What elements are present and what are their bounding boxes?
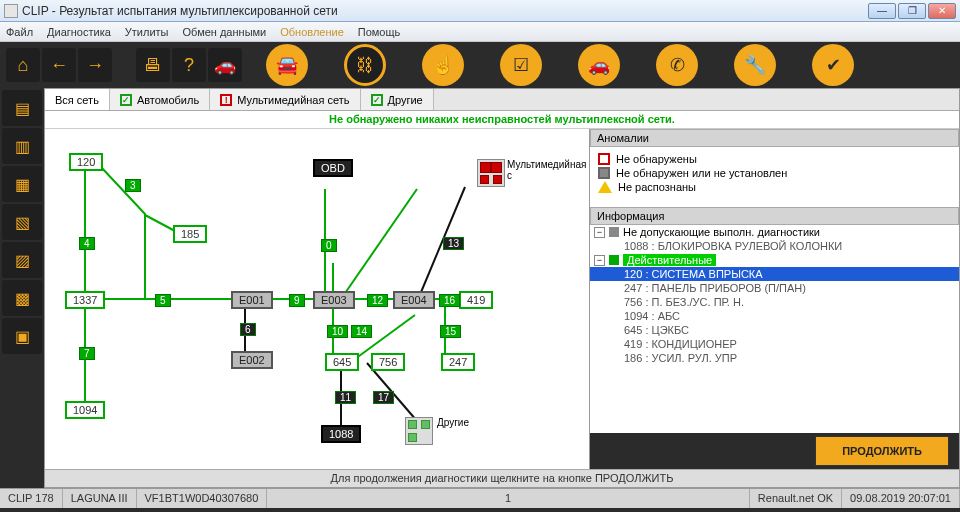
side-btn-3[interactable]: ▦	[2, 166, 42, 202]
nav-vehicle-icon[interactable]: 🚘	[266, 44, 308, 86]
red-square-icon	[598, 153, 610, 165]
help-button[interactable]: ?	[172, 48, 206, 82]
status-version: CLIP 178	[0, 489, 63, 508]
hint-bar: Для продолжения диагностики щелкните на …	[45, 469, 959, 487]
tab-all[interactable]: Вся сеть	[45, 89, 110, 110]
edge-6: 6	[240, 323, 256, 336]
status-page: 1	[267, 489, 750, 508]
network-diagram[interactable]: 120 185 1337 1094 OBD E001 E002 E003 E00…	[45, 129, 589, 469]
multimedia-label: Мультимедийная с	[507, 159, 589, 181]
status-line: Не обнаружено никаких неисправностей мул…	[45, 111, 959, 129]
node-185[interactable]: 185	[173, 225, 207, 243]
titlebar: CLIP - Результат испытания мультиплексир…	[0, 0, 960, 22]
node-756[interactable]: 756	[371, 353, 405, 371]
menu-exchange[interactable]: Обмен данными	[183, 26, 267, 38]
edge-17: 17	[373, 391, 394, 404]
print-button[interactable]: 🖶	[136, 48, 170, 82]
tab-other[interactable]: ✓Другие	[361, 89, 434, 110]
node-247[interactable]: 247	[441, 353, 475, 371]
node-1337[interactable]: 1337	[65, 291, 105, 309]
tab-auto[interactable]: ✓Автомобиль	[110, 89, 210, 110]
side-btn-2[interactable]: ▥	[2, 128, 42, 164]
edge-13: 13	[443, 237, 464, 250]
menu-diag[interactable]: Диагностика	[47, 26, 111, 38]
multimedia-box[interactable]	[477, 159, 505, 187]
status-vin: VF1BT1W0D40307680	[137, 489, 268, 508]
node-e004[interactable]: E004	[393, 291, 435, 309]
tree-cat-valid[interactable]: −Действительные	[590, 253, 959, 267]
node-e002[interactable]: E002	[231, 351, 273, 369]
nav-gearbox-icon[interactable]: ⛓	[344, 44, 386, 86]
edge-5: 5	[155, 294, 171, 307]
app-icon	[4, 4, 18, 18]
back-button[interactable]: ←	[42, 48, 76, 82]
edge-12: 12	[367, 294, 388, 307]
tree-item-247[interactable]: 247 : ПАНЕЛЬ ПРИБОРОВ (П/ПАН)	[590, 281, 959, 295]
statusbar: CLIP 178 LAGUNA III VF1BT1W0D40307680 1 …	[0, 488, 960, 508]
nav-ok-icon[interactable]: ✔	[812, 44, 854, 86]
other-label: Другие	[437, 417, 469, 428]
node-1088[interactable]: 1088	[321, 425, 361, 443]
side-btn-5[interactable]: ▨	[2, 242, 42, 278]
toolbar: ⌂ ← → 🖶 ? 🚗 🚘 ⛓ ☝ ☑ 🚗 ✆ 🔧 ✔	[0, 42, 960, 88]
nav-car-icon[interactable]: 🚗	[578, 44, 620, 86]
tab-multimedia[interactable]: !Мультимедийная сеть	[210, 89, 360, 110]
edge-4: 4	[79, 237, 95, 250]
side-btn-1[interactable]: ▤	[2, 90, 42, 126]
tree-cat-no-diag[interactable]: −Не допускающие выполн. диагностики	[590, 225, 959, 239]
status-net: Renault.net OK	[750, 489, 842, 508]
anomalies-list: Не обнаружены Не обнаружен или не устано…	[590, 147, 959, 207]
tree-item-1094[interactable]: 1094 : АБС	[590, 309, 959, 323]
minimize-button[interactable]: —	[868, 3, 896, 19]
edge-9: 9	[289, 294, 305, 307]
nav-check-icon[interactable]: ☑	[500, 44, 542, 86]
tree-item-756[interactable]: 756 : П. БЕЗ./УС. ПР. Н.	[590, 295, 959, 309]
maximize-button[interactable]: ❐	[898, 3, 926, 19]
tree-item-419[interactable]: 419 : КОНДИЦИОНЕР	[590, 337, 959, 351]
menubar: Файл Диагностика Утилиты Обмен данными О…	[0, 22, 960, 42]
node-obd[interactable]: OBD	[313, 159, 353, 177]
sidebar: ▤ ▥ ▦ ▧ ▨ ▩ ▣	[0, 88, 44, 488]
vehicle-button[interactable]: 🚗	[208, 48, 242, 82]
nav-touch-icon[interactable]: ☝	[422, 44, 464, 86]
menu-util[interactable]: Утилиты	[125, 26, 169, 38]
edge-15: 15	[440, 325, 461, 338]
tree-item-1088[interactable]: 1088 : БЛОКИРОВКА РУЛЕВОЙ КОЛОНКИ	[590, 239, 959, 253]
menu-file[interactable]: Файл	[6, 26, 33, 38]
node-e003[interactable]: E003	[313, 291, 355, 309]
node-1094[interactable]: 1094	[65, 401, 105, 419]
side-btn-4[interactable]: ▧	[2, 204, 42, 240]
continue-button[interactable]: ПРОДОЛЖИТЬ	[815, 436, 949, 466]
menu-help[interactable]: Помощь	[358, 26, 401, 38]
edge-7: 7	[79, 347, 95, 360]
menu-update[interactable]: Обновление	[280, 26, 344, 38]
node-419[interactable]: 419	[459, 291, 493, 309]
node-e001[interactable]: E001	[231, 291, 273, 309]
nav-tools-icon[interactable]: 🔧	[734, 44, 776, 86]
edge-3: 3	[125, 179, 141, 192]
info-tree[interactable]: −Не допускающие выполн. диагностики 1088…	[590, 225, 959, 433]
warning-icon	[598, 181, 612, 193]
status-time: 09.08.2019 20:07:01	[842, 489, 960, 508]
window-title: CLIP - Результат испытания мультиплексир…	[22, 4, 338, 18]
tree-item-186[interactable]: 186 : УСИЛ. РУЛ. УПР	[590, 351, 959, 365]
tabs: Вся сеть ✓Автомобиль !Мультимедийная сет…	[45, 89, 959, 111]
continue-bar: ПРОДОЛЖИТЬ	[590, 433, 959, 469]
edge-16: 16	[439, 294, 460, 307]
tree-item-645[interactable]: 645 : ЦЭКБС	[590, 323, 959, 337]
nav-phone-icon[interactable]: ✆	[656, 44, 698, 86]
other-box[interactable]	[405, 417, 433, 445]
side-btn-6[interactable]: ▩	[2, 280, 42, 316]
edge-0: 0	[321, 239, 337, 252]
forward-button[interactable]: →	[78, 48, 112, 82]
node-645[interactable]: 645	[325, 353, 359, 371]
tree-item-120[interactable]: 120 : СИСТЕМА ВПРЫСКА	[590, 267, 959, 281]
edge-14: 14	[351, 325, 372, 338]
side-btn-7[interactable]: ▣	[2, 318, 42, 354]
node-120[interactable]: 120	[69, 153, 103, 171]
anomalies-header: Аномалии	[590, 129, 959, 147]
close-button[interactable]: ✕	[928, 3, 956, 19]
edge-11: 11	[335, 391, 356, 404]
home-button[interactable]: ⌂	[6, 48, 40, 82]
status-model: LAGUNA III	[63, 489, 137, 508]
